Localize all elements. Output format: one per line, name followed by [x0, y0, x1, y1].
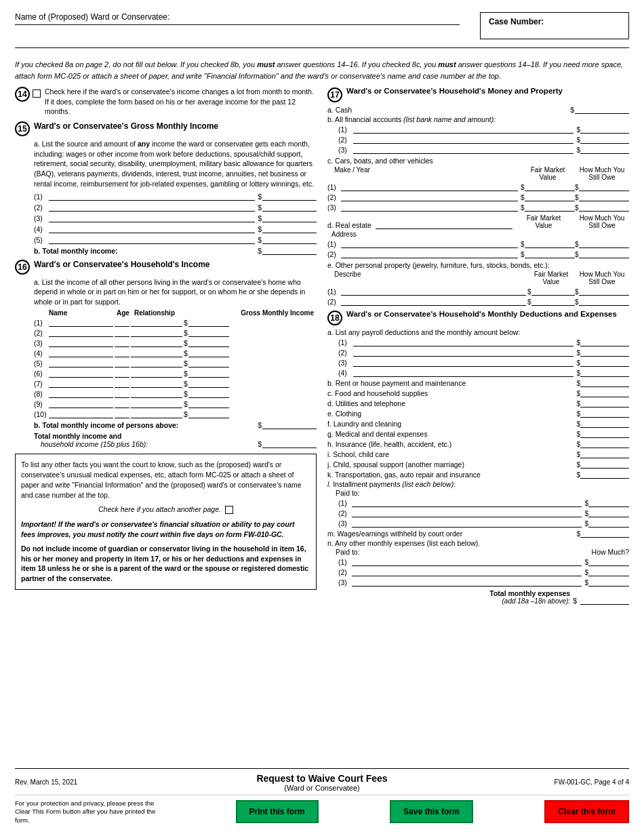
- notes-box: To list any other facts you want the cou…: [15, 454, 317, 590]
- col-relationship: Relationship: [134, 309, 188, 317]
- income-row-5: (5) $: [34, 235, 317, 244]
- section-17b-row-3: (3) $: [338, 145, 629, 154]
- hh-row-7: (7)$: [34, 379, 317, 388]
- income-dollar-3[interactable]: [262, 213, 317, 222]
- instructions: If you checked 8a on page 2, do not fill…: [15, 59, 629, 81]
- section-18-title: Ward's or Conservatee's Household's Mont…: [346, 310, 617, 318]
- attach-another-page-checkbox[interactable]: [225, 506, 233, 514]
- section-18g: g. Medical and dental expenses $: [327, 429, 629, 438]
- col-fair-market-value: Fair MarketValue: [521, 166, 575, 181]
- section-17b-label: b. All financial accounts (list bank nam…: [327, 115, 629, 123]
- hh-row-3: (3)$: [34, 338, 317, 347]
- section-18l-label: l. Installment payments (list each below…: [327, 480, 629, 488]
- section-14-number: 14: [15, 87, 30, 102]
- hh-row-4: (4)$: [34, 349, 317, 357]
- section-16-combined-label: Total monthly income and: [34, 432, 258, 440]
- income-line-4[interactable]: [49, 224, 255, 233]
- section-18l-row-2: (2) $: [338, 509, 629, 517]
- section-17e-row-1: (1) $ $: [327, 287, 629, 296]
- section-17a-field[interactable]: [575, 105, 629, 114]
- income-dollar-5[interactable]: [262, 235, 317, 244]
- income-line-1[interactable]: [49, 191, 255, 201]
- section-17a: a. Cash $: [327, 105, 629, 114]
- section-15-total-label: b. Total monthly income:: [34, 247, 258, 255]
- section-16: 16 Ward's or Conservatee's Household's I…: [15, 259, 317, 448]
- section-18h: h. Insurance (life, health, accident, et…: [327, 439, 629, 448]
- income-line-2[interactable]: [49, 202, 255, 212]
- section-17: 17 Ward's or Conservatee's Household's M…: [327, 87, 629, 306]
- section-18-total-sublabel: (add 18a –18n above):: [489, 597, 570, 605]
- section-18n-row-2: (2) $: [338, 568, 629, 576]
- col-make-year: Make / Year: [334, 166, 521, 181]
- hh-row-2: (2)$: [34, 328, 317, 337]
- section-14-text: Check here if the ward's or conservatee'…: [45, 87, 317, 117]
- section-15-number: 15: [15, 121, 30, 136]
- section-18d: d. Utilities and telephone $: [327, 399, 629, 408]
- section-18n-row-1: (1) $: [338, 557, 629, 566]
- footer-main-title: Request to Waive Court Fees: [169, 773, 476, 784]
- footer: Rev. March 15, 2021 Request to Waive Cou…: [15, 768, 629, 792]
- section-15: 15 Ward's or Conservatee's Gross Monthly…: [15, 121, 317, 254]
- section-18j: j. Child, spousal support (another marri…: [327, 460, 629, 469]
- income-dollar-1[interactable]: [262, 191, 317, 201]
- income-row-4: (4) $: [34, 224, 317, 233]
- section-17e-label: e. Other personal property (jewelry, fur…: [327, 261, 629, 269]
- section-18a-row-4: (4) $: [338, 368, 629, 377]
- section-18-total-label: Total monthly expenses: [489, 589, 570, 597]
- bold-notice: Do not include income of guardian or con…: [21, 544, 310, 584]
- section-16-combined-field[interactable]: [262, 439, 317, 448]
- section-18-total-field[interactable]: [580, 595, 629, 605]
- income-row-2: (2) $: [34, 202, 317, 212]
- section-17e-row-2: (2) $ $: [327, 297, 629, 306]
- section-18n-row-3: (3) $: [338, 578, 629, 587]
- section-18n-headers: Paid to: How Much?: [336, 548, 629, 556]
- income-dollar-2[interactable]: [262, 202, 317, 212]
- notes-text: To list any other facts you want the cou…: [21, 460, 310, 501]
- hh-row-6: (6)$: [34, 369, 317, 378]
- section-18a-row-3: (3) $: [338, 358, 629, 367]
- section-18l-row-1: (1) $: [338, 498, 629, 507]
- ward-name-label: Name of (Proposed) Ward or Conservatee:: [15, 12, 169, 22]
- section-17-title: Ward's or Conservatee's Household's Mone…: [346, 87, 563, 95]
- section-18c: c. Food and household supplies $: [327, 389, 629, 397]
- hh-row-1: (1)$: [34, 318, 317, 327]
- section-17d: d. Real estate Fair MarketValue How Much…: [327, 214, 629, 229]
- footer-buttons-row: For your protection and privacy, please …: [15, 795, 629, 827]
- section-15-total-field[interactable]: [262, 245, 317, 255]
- section-18a-row-2: (2) $: [338, 348, 629, 357]
- section-17c-label: c. Cars, boats, and other vehicles: [327, 157, 629, 165]
- section-14-checkbox[interactable]: [33, 90, 41, 98]
- footer-privacy-text: For your protection and privacy, please …: [15, 799, 164, 825]
- important-notice: Important! If the ward's or conservatee'…: [21, 519, 310, 540]
- col-gross-income: Gross Monthly Income: [188, 309, 317, 317]
- hh-row-5: (5)$: [34, 359, 317, 368]
- income-dollar-4[interactable]: [262, 224, 317, 233]
- hh-row-9: (9)$: [34, 399, 317, 408]
- income-row-3: (3) $: [34, 213, 317, 222]
- clear-button[interactable]: Clear this form: [544, 800, 629, 823]
- section-17c-row-1: (1) $ $: [327, 182, 629, 191]
- income-line-3[interactable]: [49, 213, 255, 222]
- section-18: 18 Ward's or Conservatee's Household's M…: [327, 310, 629, 605]
- section-18l-paid: Paid to:: [336, 489, 629, 497]
- print-button[interactable]: Print this form: [236, 800, 319, 823]
- section-18a-row-1: (1) $: [338, 338, 629, 346]
- section-18k: k. Transportation, gas, auto repair and …: [327, 470, 629, 479]
- section-16-combined-label2: household income (15b plus 16b):: [41, 440, 258, 448]
- section-15-title: Ward's or Conservatee's Gross Monthly In…: [34, 121, 218, 132]
- section-17d-row-1: (1) $ $: [327, 239, 629, 248]
- section-18e: e. Clothing $: [327, 409, 629, 418]
- section-18-number: 18: [327, 311, 342, 325]
- section-16-total-b-field[interactable]: [262, 420, 317, 429]
- section-18f: f. Laundry and cleaning $: [327, 419, 629, 428]
- section-17d-row-2: (2) $ $: [327, 250, 629, 258]
- footer-rev: Rev. March 15, 2021: [15, 778, 169, 786]
- income-line-5[interactable]: [49, 235, 255, 244]
- col-owe: How Much YouStill Owe: [575, 271, 629, 285]
- footer-form-num: FW-001-GC, Page 4 of 4: [476, 778, 630, 786]
- col-fmv: Fair MarketValue: [527, 271, 575, 285]
- section-15-desc: a. List the source and amount of any inc…: [34, 139, 317, 188]
- section-17c-row-2: (2) $ $: [327, 193, 629, 201]
- case-number-label: Case Number:: [489, 17, 544, 26]
- save-button[interactable]: Save this form: [390, 800, 473, 823]
